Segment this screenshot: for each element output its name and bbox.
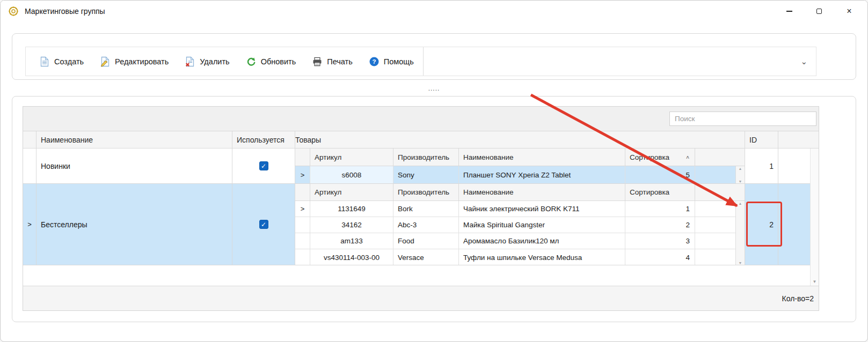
toolbar-panel: Создать Редактировать Удалить: [12, 33, 856, 80]
sort-column-header[interactable]: Сортировка ∧: [625, 148, 695, 166]
product-manufacturer-cell[interactable]: Abc-3: [393, 217, 459, 233]
refresh-button-label: Обновить: [261, 57, 296, 66]
print-button-label: Печать: [327, 57, 353, 66]
product-row[interactable]: am133 Food Аромамасло Базилик120 мл 3: [295, 233, 745, 249]
grid-vertical-scrollbar[interactable]: ▼: [810, 148, 819, 286]
products-grid: Артикул Производитель Наименование Сорти…: [295, 184, 745, 265]
edit-button-label: Редактировать: [115, 57, 169, 66]
articul-column-header[interactable]: Артикул: [310, 184, 393, 200]
product-row[interactable]: > 1131649 Bork Чайник электрический BORK…: [295, 201, 745, 217]
product-row[interactable]: vs430114-003-00 Versace Туфли на шпильке…: [295, 249, 745, 265]
edit-document-icon: [100, 56, 111, 67]
maximize-button[interactable]: [804, 1, 834, 22]
grid-body: Новинки ✓ Артикул Производитель На: [23, 148, 819, 286]
current-row-marker: >: [27, 220, 32, 228]
product-manufacturer-cell[interactable]: Bork: [393, 201, 459, 217]
minimize-icon: [786, 11, 792, 12]
product-row[interactable]: > s6008 Sony Планшет SONY Xperia Z2 Tabl…: [295, 166, 745, 183]
group-name-cell[interactable]: Новинки: [37, 148, 232, 183]
product-name-cell[interactable]: Планшет SONY Xperia Z2 Tablet: [459, 166, 625, 183]
status-count: Кол-во=2: [782, 294, 814, 303]
window-controls: ×: [774, 1, 864, 22]
group-row[interactable]: > Бестселлеры ✓ Артикул Произ: [23, 184, 819, 265]
product-name-cell[interactable]: Аромамасло Базилик120 мл: [459, 233, 625, 249]
product-name-cell[interactable]: Чайник электрический BORK K711: [459, 201, 625, 217]
scroll-down-icon[interactable]: ▼: [811, 279, 819, 284]
maximize-icon: [816, 9, 822, 14]
help-button-label: Помощь: [384, 57, 414, 66]
refresh-button[interactable]: Обновить: [238, 47, 304, 76]
product-row[interactable]: 34162 Abc-3 Майка Spiritual Gangster 2: [295, 217, 745, 233]
check-icon: ✓: [261, 163, 266, 169]
create-button[interactable]: Создать: [31, 47, 92, 76]
articul-column-header[interactable]: Артикул: [310, 148, 393, 166]
group-id-cell: 1: [745, 148, 778, 183]
filler-column-header: [778, 131, 819, 148]
app-window: Маркетинговые группы × Создать: [0, 0, 868, 342]
refresh-icon: [246, 56, 257, 67]
product-manufacturer-cell[interactable]: Versace: [393, 249, 459, 265]
scroll-down-icon[interactable]: ▼: [736, 180, 745, 183]
grid-top-strip: [23, 107, 819, 131]
search-input[interactable]: [669, 111, 816, 126]
scroll-up-icon[interactable]: ▲: [736, 167, 745, 170]
products-grid-header: Артикул Производитель Наименование Сорти…: [295, 184, 745, 201]
scroll-up-icon[interactable]: ▲: [736, 202, 745, 205]
manufacturer-column-header[interactable]: Производитель: [393, 148, 459, 166]
title-bar: Маркетинговые группы ×: [1, 1, 867, 22]
sort-asc-icon: ∧: [685, 154, 690, 160]
id-column-header[interactable]: ID: [745, 131, 778, 148]
current-row-marker: >: [301, 205, 305, 213]
product-name-cell[interactable]: Майка Spiritual Gangster: [459, 217, 625, 233]
toolbar-chevron-down-icon[interactable]: ⌄: [800, 57, 807, 66]
product-articul-cell[interactable]: 34162: [310, 217, 393, 233]
row-expander[interactable]: [23, 148, 37, 183]
groups-grid: Наименование Используется Товары ID Нови…: [23, 106, 819, 311]
close-button[interactable]: ×: [834, 1, 864, 22]
product-sort-cell[interactable]: 3: [625, 233, 695, 249]
product-articul-cell[interactable]: s6008: [310, 166, 393, 183]
toolbar: Создать Редактировать Удалить: [25, 47, 816, 76]
check-icon: ✓: [261, 221, 266, 228]
sort-column-header[interactable]: Сортировка: [625, 184, 695, 200]
manufacturer-column-header[interactable]: Производитель: [393, 184, 459, 200]
print-icon: [312, 56, 323, 67]
minimize-button[interactable]: [774, 1, 804, 22]
product-name-cell[interactable]: Туфли на шпильке Versace Medusa: [459, 249, 625, 265]
product-manufacturer-cell[interactable]: Sony: [393, 166, 459, 183]
help-icon: ?: [369, 56, 380, 67]
scroll-down-icon[interactable]: ▼: [736, 261, 745, 265]
product-name-column-header[interactable]: Наименование: [459, 184, 625, 200]
products-scrollbar[interactable]: ▲ ▼: [735, 201, 745, 265]
splitter-handle[interactable]: .....: [1, 85, 867, 92]
group-products-cell: Артикул Производитель Наименование Сорти…: [295, 184, 745, 265]
product-name-column-header[interactable]: Наименование: [459, 148, 625, 166]
group-products-cell: Артикул Производитель Наименование Сорти…: [295, 148, 745, 183]
used-column-header[interactable]: Используется: [232, 131, 295, 148]
edit-button[interactable]: Редактировать: [92, 47, 177, 76]
product-articul-cell[interactable]: vs430114-003-00: [310, 249, 393, 265]
product-articul-cell[interactable]: 1131649: [310, 201, 393, 217]
row-marker-cell: >: [295, 166, 310, 183]
help-button[interactable]: ? Помощь: [361, 47, 422, 76]
print-button[interactable]: Печать: [304, 47, 361, 76]
main-panel: Наименование Используется Товары ID Нови…: [12, 96, 856, 322]
product-sort-cell[interactable]: 1: [625, 201, 695, 217]
product-articul-cell[interactable]: am133: [310, 233, 393, 249]
current-row-marker: >: [301, 171, 305, 179]
used-checkbox[interactable]: ✓: [259, 161, 268, 170]
app-icon: [8, 5, 19, 17]
product-sort-cell[interactable]: 5: [625, 166, 695, 183]
product-manufacturer-cell[interactable]: Food: [393, 233, 459, 249]
product-sort-cell[interactable]: 4: [625, 249, 695, 265]
used-checkbox[interactable]: ✓: [259, 220, 268, 229]
row-expander[interactable]: >: [23, 184, 37, 265]
products-scrollbar[interactable]: ▲ ▼: [735, 166, 745, 183]
name-column-header[interactable]: Наименование: [37, 131, 232, 148]
group-name-cell[interactable]: Бестселлеры: [37, 184, 232, 265]
delete-button[interactable]: Удалить: [177, 47, 237, 76]
product-sort-cell[interactable]: 2: [625, 217, 695, 233]
products-column-header[interactable]: Товары: [295, 131, 745, 148]
new-document-icon: [39, 56, 50, 67]
group-row[interactable]: Новинки ✓ Артикул Производитель На: [23, 148, 819, 184]
